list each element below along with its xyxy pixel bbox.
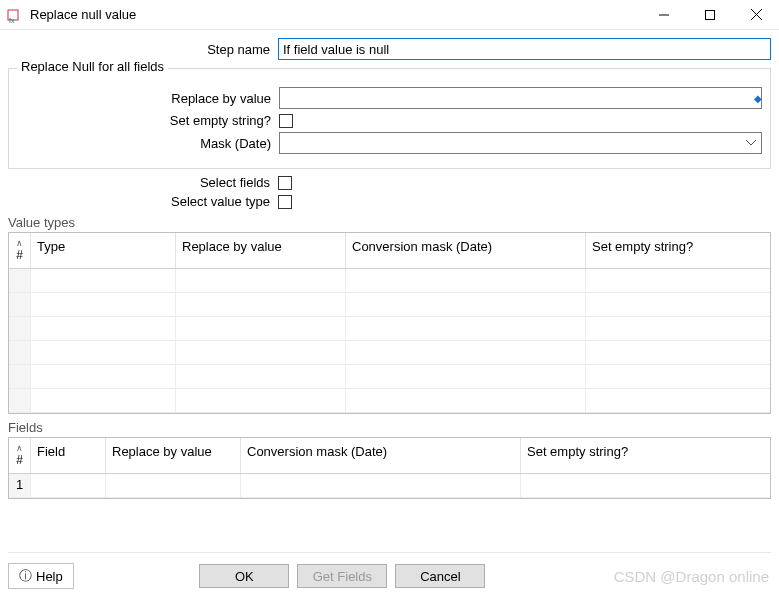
fields-grid[interactable]: ∧ # Field Replace by value Conversion ma… [8,437,771,499]
value-types-grid[interactable]: ∧ # Type Replace by value Conversion mas… [8,232,771,414]
table-row[interactable]: 1 [9,474,770,498]
mask-date-label: Mask (Date) [17,136,279,151]
col-setempty[interactable]: Set empty string? [586,233,770,268]
table-row[interactable] [9,269,770,293]
value-types-label: Value types [8,215,771,230]
col-mask[interactable]: Conversion mask (Date) [346,233,586,268]
get-fields-button[interactable]: Get Fields [297,564,387,588]
replace-null-group-title: Replace Null for all fields [17,59,168,74]
help-button[interactable]: ⓘ Help [8,563,74,589]
close-button[interactable] [733,0,779,30]
app-icon: fx [6,6,24,24]
fields-label: Fields [8,420,771,435]
set-empty-string-label: Set empty string? [17,113,279,128]
table-row[interactable] [9,317,770,341]
set-empty-string-checkbox[interactable] [279,114,293,128]
svg-text:fx: fx [9,17,15,24]
sort-caret-icon: ∧ [9,444,30,453]
help-icon: ⓘ [19,567,32,585]
step-name-label: Step name [8,42,278,57]
svg-rect-3 [706,10,715,19]
button-bar: ⓘ Help OK Get Fields Cancel [8,552,771,589]
select-value-type-label: Select value type [8,194,278,209]
ok-button[interactable]: OK [199,564,289,588]
col-num[interactable]: ∧ # [9,438,31,473]
window-title: Replace null value [30,7,641,22]
table-row[interactable] [9,293,770,317]
col-field[interactable]: Field [31,438,106,473]
replace-by-value-input[interactable] [279,87,762,109]
col-num[interactable]: ∧ # [9,233,31,268]
cancel-button[interactable]: Cancel [395,564,485,588]
replace-null-group: Replace Null for all fields Replace by v… [8,68,771,169]
minimize-button[interactable] [641,0,687,30]
table-row[interactable] [9,365,770,389]
maximize-button[interactable] [687,0,733,30]
table-row[interactable] [9,341,770,365]
select-fields-checkbox[interactable] [278,176,292,190]
row-num: 1 [9,474,31,497]
col-mask[interactable]: Conversion mask (Date) [241,438,521,473]
sort-caret-icon: ∧ [9,239,30,248]
helper-icon[interactable]: ◆ [754,93,764,104]
select-fields-label: Select fields [8,175,278,190]
titlebar: fx Replace null value [0,0,779,30]
replace-by-value-label: Replace by value [17,91,279,106]
table-row[interactable] [9,389,770,413]
col-replace[interactable]: Replace by value [106,438,241,473]
chevron-down-icon [743,135,759,151]
col-type[interactable]: Type [31,233,176,268]
select-value-type-checkbox[interactable] [278,195,292,209]
col-setempty[interactable]: Set empty string? [521,438,770,473]
step-name-input[interactable] [278,38,771,60]
mask-date-select[interactable] [279,132,762,154]
col-replace[interactable]: Replace by value [176,233,346,268]
